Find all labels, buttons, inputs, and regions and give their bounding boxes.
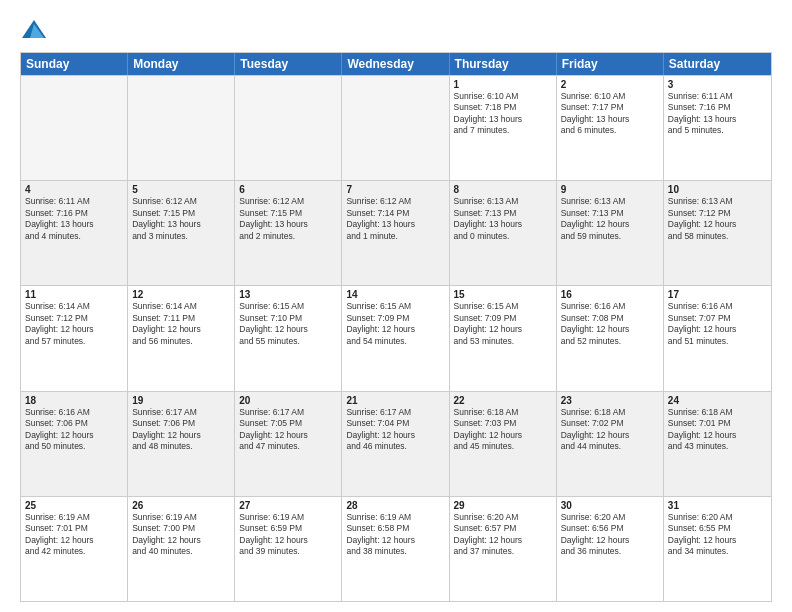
cell-info: Sunrise: 6:20 AM Sunset: 6:55 PM Dayligh… bbox=[668, 512, 767, 558]
cal-row-0: 1Sunrise: 6:10 AM Sunset: 7:18 PM Daylig… bbox=[21, 75, 771, 180]
logo-icon bbox=[20, 16, 48, 44]
calendar: SundayMondayTuesdayWednesdayThursdayFrid… bbox=[20, 52, 772, 602]
header bbox=[20, 16, 772, 44]
cell-info: Sunrise: 6:10 AM Sunset: 7:17 PM Dayligh… bbox=[561, 91, 659, 137]
day-number: 28 bbox=[346, 500, 444, 511]
cell-info: Sunrise: 6:19 AM Sunset: 7:00 PM Dayligh… bbox=[132, 512, 230, 558]
cal-header-tuesday: Tuesday bbox=[235, 53, 342, 75]
cal-cell bbox=[342, 76, 449, 180]
cal-cell: 12Sunrise: 6:14 AM Sunset: 7:11 PM Dayli… bbox=[128, 286, 235, 390]
cell-info: Sunrise: 6:15 AM Sunset: 7:09 PM Dayligh… bbox=[454, 301, 552, 347]
day-number: 29 bbox=[454, 500, 552, 511]
day-number: 26 bbox=[132, 500, 230, 511]
day-number: 14 bbox=[346, 289, 444, 300]
cell-info: Sunrise: 6:18 AM Sunset: 7:01 PM Dayligh… bbox=[668, 407, 767, 453]
cell-info: Sunrise: 6:19 AM Sunset: 7:01 PM Dayligh… bbox=[25, 512, 123, 558]
cell-info: Sunrise: 6:20 AM Sunset: 6:57 PM Dayligh… bbox=[454, 512, 552, 558]
cell-info: Sunrise: 6:10 AM Sunset: 7:18 PM Dayligh… bbox=[454, 91, 552, 137]
cal-cell: 9Sunrise: 6:13 AM Sunset: 7:13 PM Daylig… bbox=[557, 181, 664, 285]
day-number: 30 bbox=[561, 500, 659, 511]
day-number: 1 bbox=[454, 79, 552, 90]
cal-cell: 11Sunrise: 6:14 AM Sunset: 7:12 PM Dayli… bbox=[21, 286, 128, 390]
cal-cell: 26Sunrise: 6:19 AM Sunset: 7:00 PM Dayli… bbox=[128, 497, 235, 601]
day-number: 19 bbox=[132, 395, 230, 406]
cell-info: Sunrise: 6:14 AM Sunset: 7:12 PM Dayligh… bbox=[25, 301, 123, 347]
cal-row-4: 25Sunrise: 6:19 AM Sunset: 7:01 PM Dayli… bbox=[21, 496, 771, 601]
day-number: 2 bbox=[561, 79, 659, 90]
cell-info: Sunrise: 6:15 AM Sunset: 7:10 PM Dayligh… bbox=[239, 301, 337, 347]
cal-cell: 20Sunrise: 6:17 AM Sunset: 7:05 PM Dayli… bbox=[235, 392, 342, 496]
day-number: 13 bbox=[239, 289, 337, 300]
logo bbox=[20, 16, 52, 44]
cal-cell: 21Sunrise: 6:17 AM Sunset: 7:04 PM Dayli… bbox=[342, 392, 449, 496]
day-number: 6 bbox=[239, 184, 337, 195]
day-number: 27 bbox=[239, 500, 337, 511]
cal-cell: 24Sunrise: 6:18 AM Sunset: 7:01 PM Dayli… bbox=[664, 392, 771, 496]
cell-info: Sunrise: 6:12 AM Sunset: 7:14 PM Dayligh… bbox=[346, 196, 444, 242]
calendar-header: SundayMondayTuesdayWednesdayThursdayFrid… bbox=[21, 53, 771, 75]
day-number: 24 bbox=[668, 395, 767, 406]
day-number: 25 bbox=[25, 500, 123, 511]
day-number: 12 bbox=[132, 289, 230, 300]
day-number: 21 bbox=[346, 395, 444, 406]
cal-cell: 16Sunrise: 6:16 AM Sunset: 7:08 PM Dayli… bbox=[557, 286, 664, 390]
cell-info: Sunrise: 6:18 AM Sunset: 7:03 PM Dayligh… bbox=[454, 407, 552, 453]
day-number: 3 bbox=[668, 79, 767, 90]
cal-cell: 4Sunrise: 6:11 AM Sunset: 7:16 PM Daylig… bbox=[21, 181, 128, 285]
cal-header-saturday: Saturday bbox=[664, 53, 771, 75]
cal-cell: 1Sunrise: 6:10 AM Sunset: 7:18 PM Daylig… bbox=[450, 76, 557, 180]
cell-info: Sunrise: 6:16 AM Sunset: 7:07 PM Dayligh… bbox=[668, 301, 767, 347]
cell-info: Sunrise: 6:18 AM Sunset: 7:02 PM Dayligh… bbox=[561, 407, 659, 453]
cal-cell: 8Sunrise: 6:13 AM Sunset: 7:13 PM Daylig… bbox=[450, 181, 557, 285]
day-number: 23 bbox=[561, 395, 659, 406]
cell-info: Sunrise: 6:19 AM Sunset: 6:59 PM Dayligh… bbox=[239, 512, 337, 558]
cal-cell: 25Sunrise: 6:19 AM Sunset: 7:01 PM Dayli… bbox=[21, 497, 128, 601]
cell-info: Sunrise: 6:12 AM Sunset: 7:15 PM Dayligh… bbox=[132, 196, 230, 242]
cal-cell: 22Sunrise: 6:18 AM Sunset: 7:03 PM Dayli… bbox=[450, 392, 557, 496]
cell-info: Sunrise: 6:13 AM Sunset: 7:13 PM Dayligh… bbox=[561, 196, 659, 242]
cell-info: Sunrise: 6:11 AM Sunset: 7:16 PM Dayligh… bbox=[668, 91, 767, 137]
day-number: 20 bbox=[239, 395, 337, 406]
cal-cell: 7Sunrise: 6:12 AM Sunset: 7:14 PM Daylig… bbox=[342, 181, 449, 285]
cal-cell: 29Sunrise: 6:20 AM Sunset: 6:57 PM Dayli… bbox=[450, 497, 557, 601]
cal-cell: 2Sunrise: 6:10 AM Sunset: 7:17 PM Daylig… bbox=[557, 76, 664, 180]
cal-row-2: 11Sunrise: 6:14 AM Sunset: 7:12 PM Dayli… bbox=[21, 285, 771, 390]
cal-cell: 15Sunrise: 6:15 AM Sunset: 7:09 PM Dayli… bbox=[450, 286, 557, 390]
day-number: 31 bbox=[668, 500, 767, 511]
cell-info: Sunrise: 6:15 AM Sunset: 7:09 PM Dayligh… bbox=[346, 301, 444, 347]
day-number: 9 bbox=[561, 184, 659, 195]
cal-cell: 5Sunrise: 6:12 AM Sunset: 7:15 PM Daylig… bbox=[128, 181, 235, 285]
cal-cell: 27Sunrise: 6:19 AM Sunset: 6:59 PM Dayli… bbox=[235, 497, 342, 601]
cal-cell: 6Sunrise: 6:12 AM Sunset: 7:15 PM Daylig… bbox=[235, 181, 342, 285]
cell-info: Sunrise: 6:17 AM Sunset: 7:06 PM Dayligh… bbox=[132, 407, 230, 453]
cell-info: Sunrise: 6:14 AM Sunset: 7:11 PM Dayligh… bbox=[132, 301, 230, 347]
cell-info: Sunrise: 6:11 AM Sunset: 7:16 PM Dayligh… bbox=[25, 196, 123, 242]
day-number: 11 bbox=[25, 289, 123, 300]
day-number: 4 bbox=[25, 184, 123, 195]
day-number: 7 bbox=[346, 184, 444, 195]
cal-header-wednesday: Wednesday bbox=[342, 53, 449, 75]
cal-cell: 18Sunrise: 6:16 AM Sunset: 7:06 PM Dayli… bbox=[21, 392, 128, 496]
cal-cell bbox=[21, 76, 128, 180]
cal-cell: 31Sunrise: 6:20 AM Sunset: 6:55 PM Dayli… bbox=[664, 497, 771, 601]
cal-cell: 17Sunrise: 6:16 AM Sunset: 7:07 PM Dayli… bbox=[664, 286, 771, 390]
cell-info: Sunrise: 6:13 AM Sunset: 7:13 PM Dayligh… bbox=[454, 196, 552, 242]
cell-info: Sunrise: 6:16 AM Sunset: 7:06 PM Dayligh… bbox=[25, 407, 123, 453]
cell-info: Sunrise: 6:19 AM Sunset: 6:58 PM Dayligh… bbox=[346, 512, 444, 558]
cell-info: Sunrise: 6:20 AM Sunset: 6:56 PM Dayligh… bbox=[561, 512, 659, 558]
cell-info: Sunrise: 6:13 AM Sunset: 7:12 PM Dayligh… bbox=[668, 196, 767, 242]
cell-info: Sunrise: 6:17 AM Sunset: 7:05 PM Dayligh… bbox=[239, 407, 337, 453]
day-number: 17 bbox=[668, 289, 767, 300]
cal-cell: 13Sunrise: 6:15 AM Sunset: 7:10 PM Dayli… bbox=[235, 286, 342, 390]
cal-cell: 14Sunrise: 6:15 AM Sunset: 7:09 PM Dayli… bbox=[342, 286, 449, 390]
cal-cell: 28Sunrise: 6:19 AM Sunset: 6:58 PM Dayli… bbox=[342, 497, 449, 601]
cal-cell: 19Sunrise: 6:17 AM Sunset: 7:06 PM Dayli… bbox=[128, 392, 235, 496]
day-number: 8 bbox=[454, 184, 552, 195]
cal-cell: 23Sunrise: 6:18 AM Sunset: 7:02 PM Dayli… bbox=[557, 392, 664, 496]
cal-row-1: 4Sunrise: 6:11 AM Sunset: 7:16 PM Daylig… bbox=[21, 180, 771, 285]
cal-cell: 30Sunrise: 6:20 AM Sunset: 6:56 PM Dayli… bbox=[557, 497, 664, 601]
cal-header-sunday: Sunday bbox=[21, 53, 128, 75]
day-number: 16 bbox=[561, 289, 659, 300]
cal-cell bbox=[128, 76, 235, 180]
cal-cell: 10Sunrise: 6:13 AM Sunset: 7:12 PM Dayli… bbox=[664, 181, 771, 285]
